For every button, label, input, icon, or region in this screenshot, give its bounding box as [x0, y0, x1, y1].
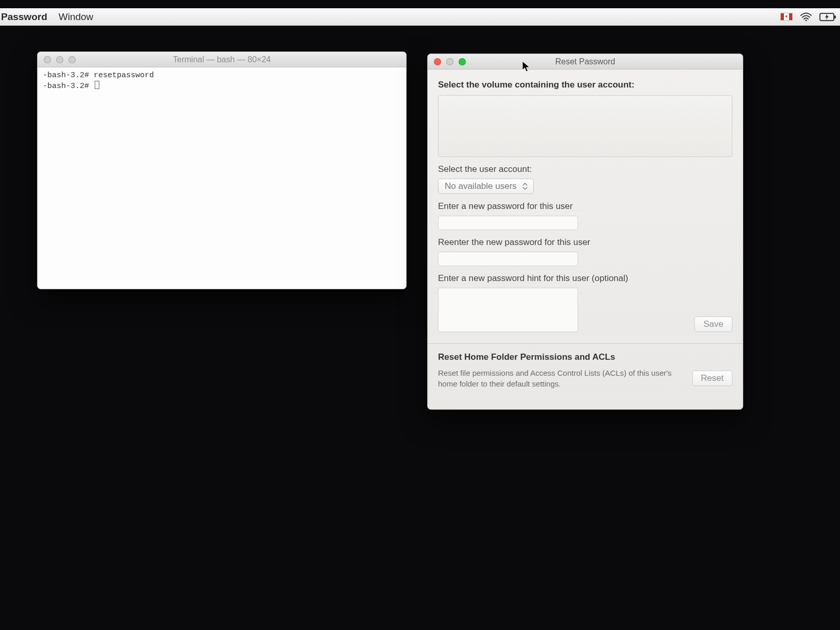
input-source-flag-icon[interactable]: ✦	[780, 13, 793, 21]
user-account-select[interactable]: No available users	[438, 179, 534, 194]
zoom-icon[interactable]	[459, 58, 466, 65]
terminal-title: Terminal — bash — 80×24	[38, 55, 406, 64]
volume-label: Select the volume containing the user ac…	[438, 80, 732, 90]
app-menu-window[interactable]: Window	[59, 11, 94, 23]
new-password-label: Enter a new password for this user	[438, 201, 732, 212]
reset-password-window: Reset Password Select the volume contain…	[427, 54, 743, 410]
reset-button[interactable]: Reset	[692, 371, 732, 386]
save-button[interactable]: Save	[694, 317, 732, 332]
terminal-line: -bash-3.2# resetpassword	[43, 71, 154, 80]
user-account-label: Select the user account:	[438, 164, 732, 174]
terminal-cursor-icon	[95, 81, 99, 89]
terminal-titlebar[interactable]: Terminal — bash — 80×24	[38, 52, 406, 67]
reenter-password-label: Reenter the new password for this user	[438, 237, 732, 248]
menu-bar: Password Window ✦	[0, 8, 840, 26]
user-account-select-value: No available users	[445, 181, 517, 191]
terminal-line: -bash-3.2#	[43, 82, 94, 91]
resetpw-titlebar[interactable]: Reset Password	[428, 54, 743, 69]
zoom-icon[interactable]	[68, 56, 76, 63]
reenter-password-input[interactable]	[438, 252, 578, 266]
minimize-icon[interactable]	[56, 56, 63, 63]
volume-selection-well[interactable]	[438, 95, 732, 157]
password-hint-label: Enter a new password hint for this user …	[438, 273, 732, 284]
wifi-icon[interactable]	[800, 12, 812, 22]
svg-point-0	[805, 19, 807, 21]
divider	[428, 343, 743, 344]
chevron-up-down-icon	[522, 182, 528, 190]
battery-charging-icon[interactable]	[819, 12, 837, 22]
svg-rect-2	[834, 15, 836, 19]
close-icon[interactable]	[434, 58, 441, 65]
password-hint-input[interactable]	[438, 288, 578, 332]
new-password-input[interactable]	[438, 216, 578, 230]
resetpw-title: Reset Password	[428, 57, 743, 66]
minimize-icon[interactable]	[446, 58, 453, 65]
app-menu-password[interactable]: Password	[1, 11, 47, 23]
acl-description: Reset file permissions and Access Contro…	[438, 367, 683, 389]
terminal-body[interactable]: -bash-3.2# resetpassword -bash-3.2#	[38, 67, 406, 289]
close-icon[interactable]	[44, 56, 51, 63]
terminal-window: Terminal — bash — 80×24 -bash-3.2# reset…	[37, 51, 407, 289]
acl-heading: Reset Home Folder Permissions and ACLs	[438, 352, 732, 362]
